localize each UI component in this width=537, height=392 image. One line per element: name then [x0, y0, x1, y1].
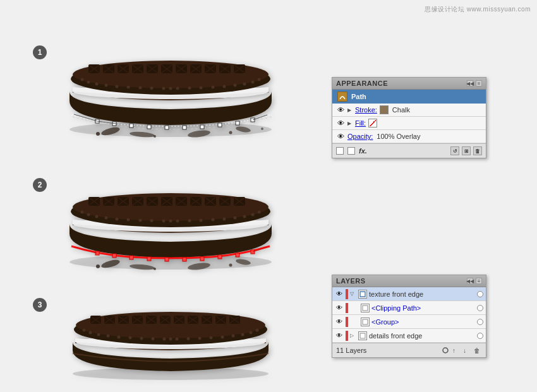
svg-rect-61: [183, 126, 186, 129]
layer-name-4: details front edge: [369, 332, 475, 340]
layer-icon-2: [361, 304, 370, 312]
appearance-title: APPEARANCE: [336, 80, 388, 87]
svg-rect-139: [200, 257, 204, 261]
footer-checkbox[interactable]: [336, 147, 344, 155]
fill-swatch: [368, 119, 377, 128]
svg-point-37: [81, 78, 84, 81]
layer-eye-2[interactable]: 👁: [335, 304, 344, 312]
svg-point-189: [83, 329, 86, 332]
svg-rect-137: [165, 258, 169, 261]
svg-point-116: [95, 215, 99, 218]
layers-panel: LAYERS ◀◀ ≡ 👁 ▽ texture front edge 👁 <Cl…: [332, 275, 486, 358]
appearance-menu-btn[interactable]: ≡: [476, 80, 482, 86]
appearance-collapse-btn[interactable]: ◀◀: [467, 80, 473, 86]
svg-rect-140: [218, 255, 222, 259]
opacity-label[interactable]: Opacity:: [347, 133, 373, 140]
layers-footer-icon-3[interactable]: ↓: [462, 346, 471, 355]
svg-point-204: [232, 335, 235, 338]
layer-row-texture-front-edge[interactable]: 👁 ▽ texture front edge: [332, 287, 486, 301]
svg-point-50: [212, 86, 215, 89]
layer-circle-3: [477, 319, 483, 325]
cookie-illustration-1: [47, 19, 300, 141]
layer-circle-2: [477, 305, 483, 311]
layer-expand-1[interactable]: ▽: [350, 291, 356, 297]
svg-point-47: [176, 87, 179, 90]
opacity-value: 100% Overlay: [377, 133, 420, 140]
layer-expand-4[interactable]: ▷: [350, 333, 356, 338]
step-2-number: 2: [33, 178, 47, 192]
svg-text:↓: ↓: [463, 347, 466, 354]
svg-point-53: [243, 83, 246, 86]
eye-icon-opacity[interactable]: 👁: [336, 132, 345, 141]
svg-point-73: [96, 132, 100, 136]
svg-rect-64: [236, 121, 239, 125]
svg-point-118: [116, 218, 119, 221]
svg-rect-209: [363, 306, 368, 311]
stroke-value: Chalk: [392, 106, 410, 114]
svg-point-114: [81, 211, 84, 214]
footer-icon-2[interactable]: ⊞: [462, 146, 471, 155]
svg-rect-210: [363, 319, 368, 324]
layers-menu-btn[interactable]: ≡: [476, 278, 482, 284]
cookie-illustration-3: [47, 271, 300, 384]
layer-row-group[interactable]: 👁 <Group>: [332, 315, 486, 329]
svg-point-115: [87, 213, 90, 217]
fill-label[interactable]: Fill:: [355, 119, 366, 127]
svg-point-117: [105, 217, 108, 220]
svg-rect-58: [130, 124, 133, 128]
svg-point-126: [200, 219, 203, 222]
layer-name-2: <Clipping Path>: [371, 304, 475, 312]
footer-icon-3[interactable]: 🗑: [473, 146, 482, 155]
layer-icon-4: [358, 331, 367, 340]
stroke-label[interactable]: Stroke:: [355, 106, 377, 114]
svg-point-51: [223, 85, 226, 88]
layer-eye-4[interactable]: 👁: [335, 331, 344, 340]
layer-name-1: texture front edge: [369, 290, 475, 298]
svg-point-196: [152, 337, 155, 340]
cookie-illustration-2: [47, 151, 300, 273]
svg-point-43: [139, 86, 142, 90]
svg-point-129: [234, 217, 237, 220]
svg-point-46: [169, 87, 172, 90]
svg-text:↑: ↑: [452, 347, 456, 354]
svg-point-128: [223, 218, 226, 221]
svg-point-121: [150, 219, 154, 222]
stroke-swatch: [380, 105, 389, 114]
layers-collapse-btn[interactable]: ◀◀: [467, 278, 473, 284]
step-3-number: 3: [33, 298, 47, 312]
svg-point-149: [96, 264, 100, 268]
layers-footer-icon-4[interactable]: 🗑: [473, 346, 482, 355]
svg-point-192: [107, 335, 110, 338]
layers-footer-icon-2[interactable]: ↑: [452, 346, 461, 355]
svg-point-38: [87, 81, 90, 84]
svg-point-125: [188, 219, 191, 222]
svg-point-132: [258, 211, 261, 214]
layers-title: LAYERS: [336, 277, 366, 285]
svg-rect-211: [360, 333, 365, 338]
footer-icon-1[interactable]: ↺: [450, 146, 459, 155]
svg-point-201: [198, 337, 202, 340]
svg-rect-63: [218, 123, 222, 127]
svg-point-75: [229, 131, 232, 134]
footer-fx[interactable]: fx.: [359, 147, 367, 155]
layers-footer-icon-1[interactable]: [441, 346, 450, 355]
svg-point-194: [129, 336, 132, 340]
eye-icon-fill[interactable]: 👁: [336, 119, 345, 128]
layer-color-bar-2: [346, 303, 348, 313]
svg-point-195: [140, 337, 143, 340]
layer-icon-1: [358, 290, 367, 299]
footer-rect[interactable]: [347, 147, 355, 155]
layer-eye-1[interactable]: 👁: [335, 290, 344, 299]
layer-row-clipping-path[interactable]: 👁 <Clipping Path>: [332, 301, 486, 315]
svg-point-199: [176, 338, 179, 341]
layer-row-details-front-edge[interactable]: 👁 ▷ details front edge: [332, 329, 486, 343]
eye-icon-stroke[interactable]: 👁: [336, 105, 345, 114]
svg-rect-138: [183, 258, 186, 261]
layer-icon-3: [361, 318, 370, 326]
svg-point-191: [97, 333, 100, 336]
appearance-opacity-row: 👁 Opacity: 100% Overlay: [332, 130, 486, 143]
svg-point-190: [89, 331, 92, 335]
layer-eye-3[interactable]: 👁: [335, 318, 344, 326]
svg-point-42: [127, 86, 130, 89]
svg-point-131: [251, 213, 255, 217]
